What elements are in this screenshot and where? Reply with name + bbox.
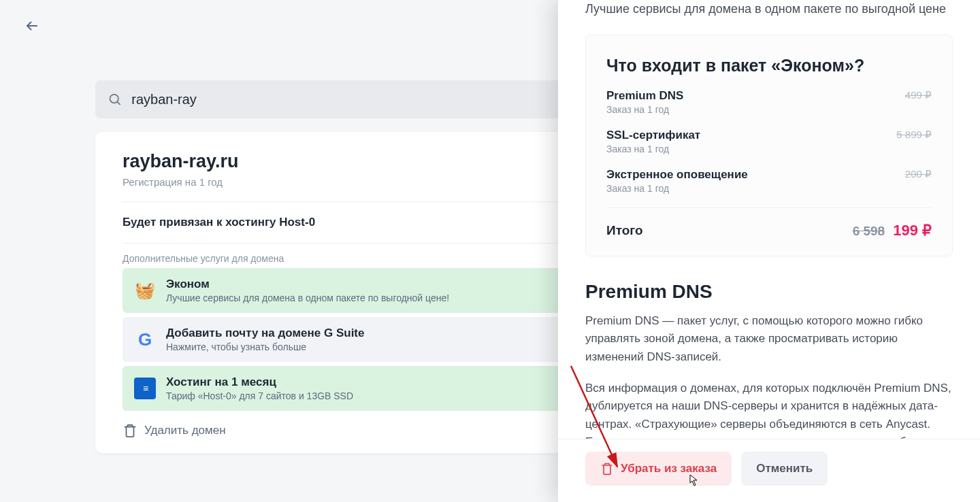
svg-point-0 <box>110 95 118 103</box>
package-item-price-old: 200 ₽ <box>905 168 932 180</box>
package-item-title: SSL-сертификат <box>606 129 700 142</box>
remove-label: Убрать из заказа <box>621 462 717 475</box>
package-item-price-old: 499 ₽ <box>905 89 932 101</box>
package-total-new: 199 ₽ <box>893 222 932 239</box>
package-item-sub: Заказ на 1 год <box>606 144 700 154</box>
package-title: Что входит в пакет «Эконом»? <box>606 56 932 76</box>
arrow-left-icon <box>24 18 41 34</box>
panel-footer: Убрать из заказа Отменить <box>558 439 980 502</box>
package-item: Экстренное оповещение Заказ на 1 год 200… <box>606 168 932 194</box>
search-icon <box>108 92 122 107</box>
package-box: Что входит в пакет «Эконом»? Premium DNS… <box>585 35 953 256</box>
package-total-label: Итого <box>606 223 643 238</box>
premium-dns-title: Premium DNS <box>585 281 953 303</box>
premium-dns-paragraph: Вся информация о доменах, для которых по… <box>585 380 953 439</box>
premium-dns-paragraph: Premium DNS — пакет услуг, с помощью кот… <box>585 312 953 366</box>
google-icon: G <box>133 328 157 351</box>
package-item-title: Экстренное оповещение <box>606 168 748 182</box>
package-item: SSL-сертификат Заказ на 1 год 5 899 ₽ <box>606 129 932 154</box>
cancel-button[interactable]: Отменить <box>741 452 828 486</box>
cancel-label: Отменить <box>756 462 813 475</box>
back-button[interactable] <box>24 18 41 37</box>
trash-icon <box>600 462 614 475</box>
package-item-sub: Заказ на 1 год <box>606 104 683 115</box>
trash-icon <box>122 423 137 438</box>
server-icon: ≡ <box>133 377 157 400</box>
remove-from-order-button[interactable]: Убрать из заказа <box>585 452 732 486</box>
hosting-bind-label: Будет привязан к хостингу Host-0 <box>122 216 315 229</box>
package-item-title: Premium DNS <box>606 89 683 103</box>
package-item-price-old: 5 899 ₽ <box>896 129 932 141</box>
package-item: Premium DNS Заказ на 1 год 499 ₽ <box>606 89 932 115</box>
econom-side-panel: Лучшие сервисы для домена в одном пакете… <box>558 0 980 502</box>
package-total-old: 6 598 <box>853 224 885 239</box>
package-item-sub: Заказ на 1 год <box>606 183 748 194</box>
package-total-row: Итого 6 598 199 ₽ <box>606 207 932 239</box>
panel-description: Лучшие сервисы для домена в одном пакете… <box>585 0 953 18</box>
delete-domain-label: Удалить домен <box>144 424 226 437</box>
basket-icon: 🧺 <box>133 279 157 302</box>
